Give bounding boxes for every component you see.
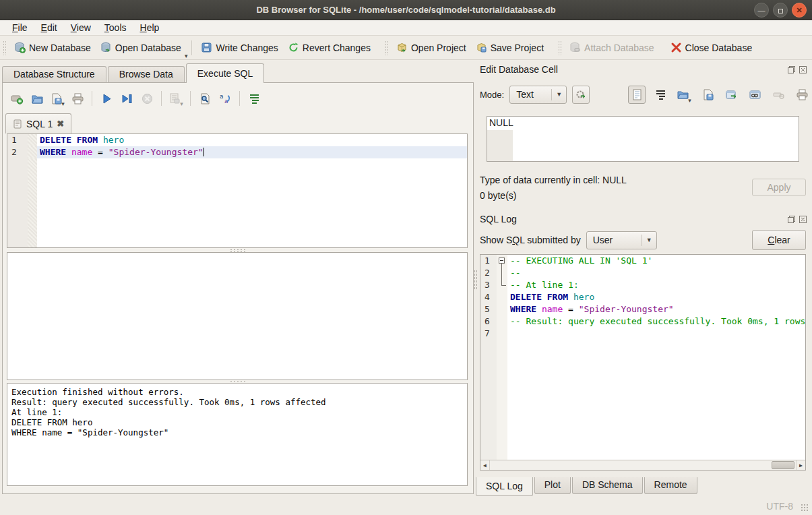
toolbar-grip[interactable]	[3, 40, 7, 55]
word-wrap-cell-button[interactable]	[652, 86, 669, 104]
menu-view[interactable]: View	[64, 21, 98, 34]
sql-tab-label: SQL 1	[26, 119, 53, 129]
toolbar-grip[interactable]	[385, 40, 389, 55]
cell-editor-toolbar: ▾	[628, 85, 811, 104]
project-save-icon	[476, 42, 487, 53]
save-sql-dropdown-icon[interactable]: ▾	[61, 100, 65, 107]
scroll-left-icon[interactable]: ◀	[480, 460, 490, 470]
clear-log-button[interactable]: Clear	[752, 230, 806, 250]
dock-title: Edit Database Cell	[480, 64, 787, 75]
sql-editor-toolbar: ▾ ▾ aa	[7, 89, 264, 108]
mode-select[interactable]: Text ▼	[509, 86, 567, 104]
scrollbar-thumb[interactable]	[772, 461, 794, 469]
scroll-right-icon[interactable]: ▶	[796, 460, 805, 470]
dock-splitter-handle[interactable]	[474, 270, 477, 290]
open-sql-file-button[interactable]	[27, 90, 47, 107]
message-line: WHERE name = "Spider-Youngster"	[11, 427, 463, 437]
execution-message-pane[interactable]: Execution finished without errors. Resul…	[7, 383, 468, 486]
new-sql-tab-button[interactable]	[7, 90, 27, 107]
float-dock-icon[interactable]	[787, 215, 796, 224]
save-results-button: ▾	[166, 90, 186, 107]
toolbar-grip[interactable]	[558, 40, 562, 55]
minimize-button[interactable]: —	[754, 3, 769, 18]
close-dock-icon[interactable]	[799, 215, 807, 224]
mode-label: Mode:	[480, 90, 504, 100]
revert-changes-button[interactable]: Revert Changes	[283, 39, 375, 56]
log-line: 2 --	[480, 267, 805, 279]
editor-line-current: 2 WHERE name = "Spider-Youngster"	[7, 146, 467, 158]
chevron-down-icon: ▼	[551, 89, 562, 100]
execute-line-button[interactable]	[117, 90, 137, 107]
text-mode-button[interactable]	[628, 86, 646, 104]
import-cell-button[interactable]: ▾	[675, 86, 693, 104]
open-database-dropdown-icon[interactable]: ▾	[185, 53, 188, 59]
float-dock-icon[interactable]	[787, 65, 796, 74]
new-database-button[interactable]: New Database	[9, 39, 96, 56]
auto-apply-button[interactable]	[572, 86, 590, 104]
line-number: 1	[7, 134, 28, 146]
message-line: Execution finished without errors.	[11, 387, 463, 397]
resize-grip-icon[interactable]	[801, 504, 809, 512]
dock-title: SQL Log	[480, 214, 787, 224]
close-button[interactable]: ✕	[792, 3, 807, 18]
save-sql-file-button[interactable]: ▾	[47, 90, 67, 107]
main-toolbar: New Database Open Database ▾ Write Chang…	[0, 36, 812, 60]
export-cell-button[interactable]	[699, 86, 716, 104]
import-dropdown-icon[interactable]: ▾	[688, 97, 691, 104]
log-line: 6 -- Result: query executed successfully…	[480, 315, 805, 328]
find-button[interactable]	[195, 90, 215, 107]
log-line: 4 DELETE FROM hero	[480, 291, 805, 303]
menu-file[interactable]: File	[5, 21, 34, 34]
auto-format-button[interactable]: aa	[215, 90, 235, 107]
set-null-button	[770, 86, 787, 104]
dock-tab-db-schema[interactable]: DB Schema	[572, 477, 643, 494]
cell-value: NULL	[489, 117, 513, 128]
dock-tab-sql-log[interactable]: SQL Log	[476, 477, 533, 496]
log-line: 1 -- EXECUTING ALL IN 'SQL 1'	[480, 255, 805, 267]
submitted-by-select[interactable]: User ▼	[586, 231, 657, 249]
sql-log-dock-header: SQL Log	[477, 212, 810, 226]
results-grid[interactable]	[7, 252, 468, 380]
menu-edit[interactable]: Edit	[34, 21, 64, 34]
close-database-button[interactable]: Close Database	[666, 39, 757, 56]
sql-log-view[interactable]: 1 -- EXECUTING ALL IN 'SQL 1' 2 -- 3 -- …	[480, 254, 806, 471]
database-new-icon	[14, 42, 26, 53]
close-dock-icon[interactable]	[799, 65, 807, 74]
save-results-dropdown-icon: ▾	[180, 100, 183, 107]
cell-size-label: 0 byte(s)	[480, 190, 516, 201]
tab-browse-data[interactable]: Browse Data	[108, 66, 185, 83]
horizontal-scrollbar[interactable]: ◀ ▶	[480, 460, 805, 470]
open-database-button[interactable]: Open Database	[96, 39, 186, 56]
main-tab-bar: Database Structure Browse Data Execute S…	[2, 63, 266, 83]
database-attach-icon	[569, 42, 581, 53]
menu-help[interactable]: Help	[133, 21, 166, 34]
sql-1-tab[interactable]: SQL 1 ✖	[5, 113, 71, 133]
attach-database-button: Attach Database	[565, 39, 659, 56]
dock-tab-remote[interactable]: Remote	[644, 477, 697, 494]
cell-mode-bar: Mode: Text ▼	[480, 85, 590, 104]
write-changes-button[interactable]: Write Changes	[196, 39, 282, 56]
link-button[interactable]	[746, 86, 763, 104]
close-tab-icon[interactable]: ✖	[57, 119, 64, 129]
menu-tools[interactable]: Tools	[98, 21, 133, 34]
sql-tab-bar: SQL 1 ✖	[5, 113, 71, 133]
execute-all-button[interactable]	[96, 90, 117, 107]
dock-tab-plot[interactable]: Plot	[534, 477, 571, 494]
sql-file-icon	[13, 119, 22, 129]
toolbar-separator	[191, 40, 192, 55]
log-line: 3 -- At line 1:	[480, 279, 805, 291]
word-wrap-button[interactable]	[244, 90, 264, 107]
cell-value-editor[interactable]: NULL	[487, 116, 799, 162]
fold-marker-collapse[interactable]	[497, 255, 507, 267]
sql-editor[interactable]: 1 DELETE FROM hero 2 WHERE name = "Spide…	[7, 133, 468, 248]
tab-execute-sql[interactable]: Execute SQL	[186, 63, 265, 83]
print-cell-button[interactable]	[793, 86, 811, 104]
status-bar: UTF-8	[0, 494, 812, 515]
maximize-button[interactable]	[773, 3, 788, 18]
tab-database-structure[interactable]: Database Structure	[2, 66, 106, 83]
close-database-icon	[670, 42, 682, 53]
print-sql-button[interactable]	[67, 90, 88, 107]
open-project-button[interactable]: Open Project	[392, 39, 471, 56]
save-project-button[interactable]: Save Project	[471, 39, 549, 56]
open-external-button[interactable]	[722, 86, 740, 104]
